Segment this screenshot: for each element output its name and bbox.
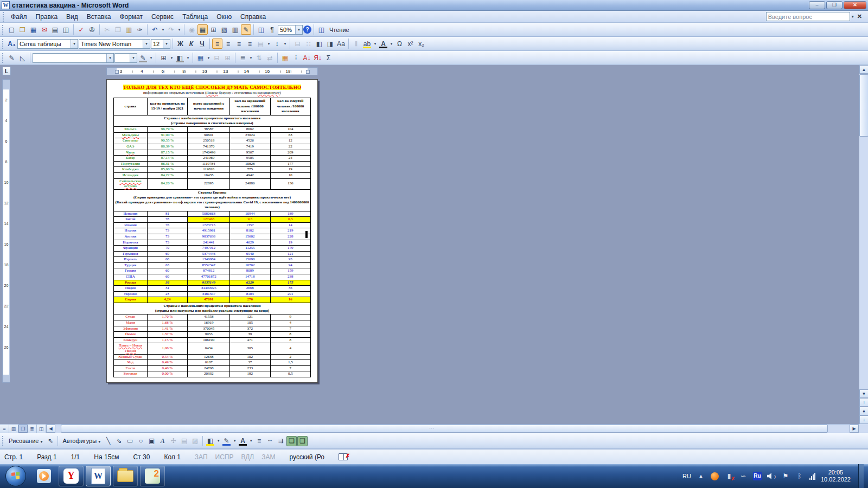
combo-arrow-icon[interactable]: ▾ — [295, 25, 302, 34]
subscript-icon[interactable]: x₂ — [416, 38, 426, 49]
menu-формат[interactable]: Формат — [115, 12, 147, 22]
clock[interactable]: 20:05 10.02.2022 — [821, 469, 851, 483]
bluetooth-icon[interactable]: ᛒ — [795, 472, 804, 480]
restore-button[interactable]: ❐ — [826, 1, 843, 9]
line-weight-combo[interactable]: ▾ — [114, 53, 137, 63]
distribute-rows-icon[interactable]: ⇅ — [254, 53, 264, 63]
combo-arrow-icon[interactable]: ▾ — [163, 40, 170, 48]
tray-expand-icon[interactable]: ▲ — [697, 472, 705, 480]
close-button[interactable]: ✕ — [844, 1, 866, 9]
oval-icon[interactable]: ○ — [136, 436, 146, 446]
save-icon[interactable]: ▦ — [28, 24, 39, 35]
next-page-icon[interactable]: ↓ — [859, 415, 868, 424]
arrow-icon[interactable]: ⇘ — [114, 436, 124, 446]
menu-окно[interactable]: Окно — [212, 12, 236, 22]
2gis-button[interactable]: 2 — [140, 466, 165, 486]
style-combo[interactable]: Сетка таблицы▾ — [17, 39, 78, 49]
read-mode-icon[interactable]: ◫ — [316, 24, 327, 35]
gridlines-icon[interactable]: ⦙ — [291, 53, 301, 63]
question-dropdown-icon[interactable]: ▾ — [852, 14, 854, 19]
dash-style-icon[interactable]: ┄ — [265, 436, 275, 446]
combo-arrow-icon[interactable]: ▾ — [143, 40, 150, 48]
dropdown-arrow-icon[interactable]: ▾ — [206, 53, 211, 63]
word-taskbar-button[interactable]: W — [86, 466, 111, 486]
vertical-ruler[interactable]: 2468101214161820222426 — [2, 79, 10, 383]
hyperlink-icon[interactable]: ◉ — [187, 24, 197, 35]
toolbar-grip[interactable] — [2, 39, 4, 49]
dropdown-arrow-icon[interactable]: ▾ — [248, 436, 253, 446]
dropdown-arrow-icon[interactable]: ▾ — [216, 436, 221, 446]
status-toggle-вдл[interactable]: ВДЛ — [241, 453, 254, 461]
scroll-right-icon[interactable]: ▶ — [850, 425, 859, 433]
menu-файл[interactable]: Файл — [7, 12, 31, 22]
superscript-icon[interactable]: x² — [405, 38, 416, 49]
action-center-flag-icon[interactable]: ⚑ — [781, 472, 790, 480]
cut-icon[interactable]: ✂ — [102, 24, 112, 35]
insert-excel-icon[interactable]: ▧ — [219, 24, 229, 35]
bullets-icon[interactable]: ∷ — [303, 38, 314, 49]
minimize-button[interactable]: – — [809, 1, 825, 9]
text-direction-icon[interactable]: ⫴ — [351, 38, 361, 49]
letter-case-icon[interactable]: Аа — [336, 38, 346, 49]
print-preview-icon[interactable]: ◫ — [61, 24, 71, 35]
menu-справка[interactable]: Справка — [236, 12, 270, 22]
line-style2-icon[interactable]: ≡ — [254, 436, 264, 446]
sort-descending-icon[interactable]: Я↓ — [312, 53, 323, 63]
scroll-down-icon[interactable]: ▼ — [859, 389, 868, 398]
new-document-icon[interactable]: ▢ — [7, 24, 17, 35]
explorer-button[interactable] — [113, 466, 138, 486]
shadow-style-icon[interactable]: ❏ — [286, 436, 297, 446]
select-objects-icon[interactable]: ⇖ — [45, 436, 55, 446]
toolbar-grip[interactable] — [2, 53, 4, 63]
format-painter-icon[interactable]: ✑ — [135, 24, 145, 35]
menu-вставка[interactable]: Вставка — [82, 12, 116, 22]
font-color2-icon[interactable]: А — [238, 436, 248, 446]
vertical-scrollbar[interactable]: ▲ ▼ ↑ ● ↓ — [859, 65, 868, 424]
show-desktop-button[interactable] — [858, 464, 864, 488]
scroll-left-icon[interactable]: ◀ — [46, 425, 55, 433]
line-icon[interactable]: ╲ — [103, 436, 113, 446]
merge-cells-icon[interactable]: ⊟ — [212, 53, 222, 63]
document-page[interactable]: ТОЛЬКО ДЛЯ ТЕХ КТО ЕЩЁ СПОСОБЕН ДУМАТЬ С… — [106, 79, 318, 383]
outline-view-icon[interactable]: ≣ — [28, 425, 37, 433]
zoom-combo[interactable]: 50%▾ — [278, 25, 303, 35]
avast-icon[interactable] — [711, 472, 719, 480]
dropdown-arrow-icon[interactable]: ▾ — [373, 38, 378, 49]
dropdown-arrow-icon[interactable]: ▾ — [248, 53, 253, 63]
split-cells-icon[interactable]: ⊞ — [222, 53, 233, 63]
underline-icon[interactable]: Ч — [197, 38, 207, 49]
border-color-icon[interactable]: ✎ — [138, 53, 148, 63]
previous-page-icon[interactable]: ↑ — [859, 398, 868, 407]
insert-table2-icon[interactable]: ▦ — [195, 53, 206, 63]
eraser-icon[interactable]: ◺ — [17, 53, 28, 63]
drawing-menu[interactable]: Рисование ▾ — [7, 438, 44, 444]
combo-arrow-icon[interactable]: ▾ — [71, 40, 78, 48]
mail-icon[interactable]: ✉ — [39, 24, 49, 35]
show-marks-icon[interactable]: ¶ — [267, 24, 277, 35]
status-toggle-зап[interactable]: ЗАП — [195, 453, 208, 461]
dropdown-arrow-icon[interactable]: ▾ — [232, 436, 237, 446]
copy-icon[interactable]: ❐ — [113, 24, 123, 35]
horizontal-scroll-track[interactable] — [55, 425, 850, 433]
scroll-up-icon[interactable]: ▲ — [859, 65, 868, 74]
distributed-icon[interactable]: ▤ — [256, 38, 266, 49]
power-plug-icon[interactable]: ▮ — [725, 472, 733, 480]
line-color-icon[interactable]: ✎ — [221, 436, 232, 446]
horizontal-ruler[interactable]: 24681012141618 — [106, 67, 318, 75]
text-box-icon[interactable]: ▣ — [146, 436, 157, 446]
print-layout-icon[interactable]: ❐ — [18, 425, 28, 433]
start-button[interactable] — [5, 466, 26, 486]
status-toggle-зам[interactable]: ЗАМ — [261, 453, 275, 461]
vertical-scroll-thumb[interactable] — [859, 74, 868, 137]
question-input[interactable] — [766, 12, 850, 21]
toolbar-grip[interactable] — [2, 12, 5, 22]
media-player-button[interactable] — [31, 466, 56, 486]
bold-icon[interactable]: Ж — [175, 38, 186, 49]
read-mode-label[interactable]: Чтение — [327, 27, 352, 33]
web-layout-icon[interactable]: ▥ — [9, 425, 18, 433]
distribute-columns-icon[interactable]: ⇄ — [265, 53, 275, 63]
dropdown-arrow-icon[interactable]: ▾ — [169, 53, 174, 63]
volume-icon[interactable]: ) — [767, 472, 776, 480]
horizontal-scroll-thumb[interactable] — [61, 425, 828, 433]
help-icon[interactable]: ? — [303, 25, 311, 34]
